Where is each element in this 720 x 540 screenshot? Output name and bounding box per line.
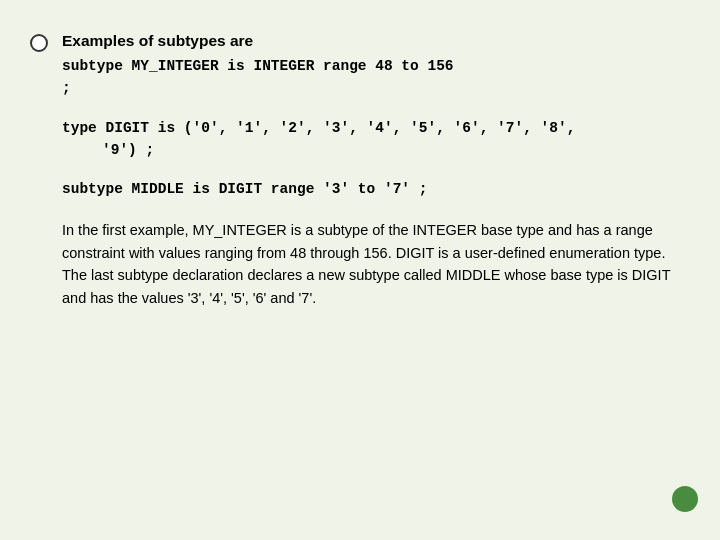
- slide-container: Examples of subtypes are subtype MY_INTE…: [0, 0, 720, 540]
- code-block-2: type DIGIT is ('0', '1', '2', '3', '4', …: [62, 118, 680, 162]
- green-circle-decoration: [672, 486, 698, 512]
- bullet-icon: [30, 34, 48, 52]
- content-area: Examples of subtypes are subtype MY_INTE…: [62, 30, 680, 309]
- code-block-1: subtype MY_INTEGER is INTEGER range 48 t…: [62, 56, 680, 100]
- code-line1-semi: ;: [62, 80, 71, 96]
- code-block-3: subtype MIDDLE is DIGIT range '3' to '7'…: [62, 179, 680, 201]
- code-line3: subtype MIDDLE is DIGIT range '3' to '7'…: [62, 181, 427, 197]
- first-line: Examples of subtypes are: [62, 30, 680, 52]
- explanation-text: In the first example, MY_INTEGER is a su…: [62, 219, 680, 309]
- code-line1: subtype MY_INTEGER is INTEGER range 48 t…: [62, 58, 454, 74]
- code-line2-prefix: type DIGIT is ('0', '1', '2', '3', '4', …: [62, 120, 575, 136]
- code-line2-cont: '9') ;: [102, 142, 154, 158]
